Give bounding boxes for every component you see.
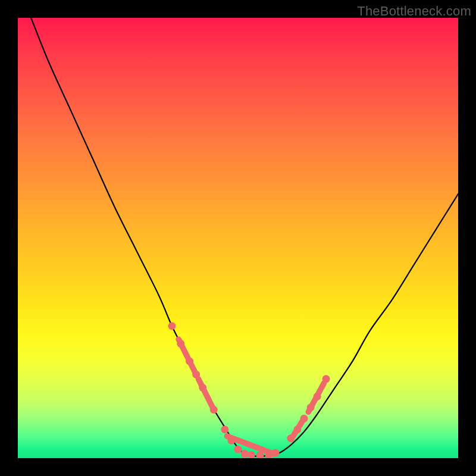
svg-point-19	[322, 375, 330, 383]
svg-point-5	[210, 406, 218, 414]
chart-frame: TheBottleneck.com	[0, 0, 476, 476]
svg-point-0	[168, 322, 176, 330]
svg-point-3	[192, 371, 200, 378]
svg-point-9	[241, 450, 249, 458]
svg-point-6	[221, 425, 228, 433]
svg-point-13	[271, 449, 279, 457]
svg-point-8	[234, 446, 242, 453]
bottleneck-curve	[31, 18, 458, 456]
watermark-text: TheBottleneck.com	[357, 4, 471, 19]
svg-point-14	[287, 434, 295, 442]
svg-point-2	[186, 358, 193, 365]
svg-point-15	[293, 425, 301, 433]
marker-segments	[178, 339, 324, 453]
svg-point-16	[300, 415, 308, 422]
svg-point-17	[307, 403, 315, 411]
chart-plot-area	[18, 18, 458, 458]
svg-point-1	[177, 340, 184, 347]
svg-point-7	[227, 437, 235, 444]
svg-point-18	[314, 393, 321, 400]
svg-point-10	[248, 451, 255, 458]
marker-dots	[168, 322, 330, 459]
svg-point-4	[199, 384, 206, 392]
chart-svg	[18, 18, 458, 458]
